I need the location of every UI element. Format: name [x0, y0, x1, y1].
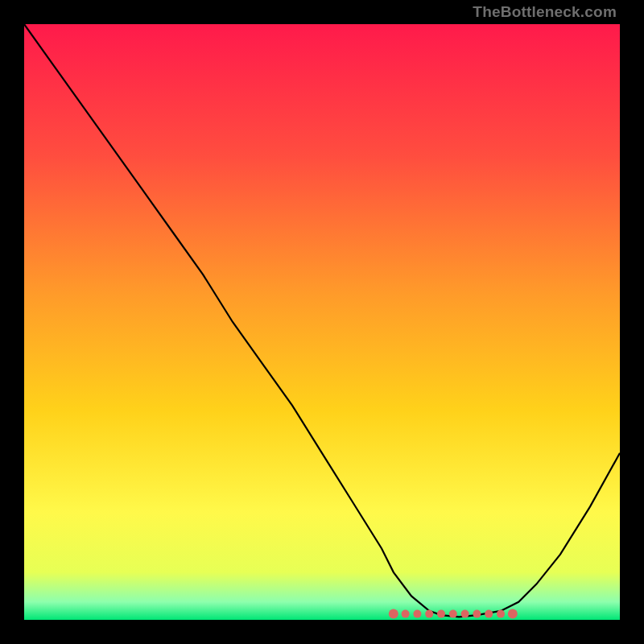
watermark-text: TheBottleneck.com: [473, 3, 617, 21]
optimal-band-dot: [461, 610, 469, 618]
chart-background: [24, 24, 620, 620]
optimal-band-dot: [473, 610, 481, 618]
optimal-band-dot: [413, 610, 421, 618]
optimal-band-dot: [508, 609, 518, 619]
optimal-band-dot: [437, 610, 445, 618]
optimal-band-dot: [402, 610, 410, 618]
chart-frame: [24, 24, 620, 620]
optimal-band-dot: [389, 609, 398, 619]
optimal-band-dot: [485, 610, 493, 618]
optimal-band-dot: [497, 610, 505, 618]
bottleneck-chart: [24, 24, 620, 620]
optimal-band-dot: [425, 610, 433, 618]
optimal-band-dot: [449, 610, 457, 618]
